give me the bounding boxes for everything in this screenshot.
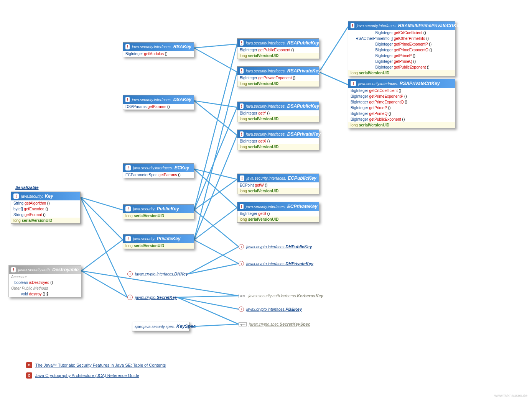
svg-point-49 xyxy=(241,135,242,136)
ecpublickey-box: java.security.interfaces.ECPublicKey ECP… xyxy=(237,174,319,194)
svg-line-6 xyxy=(194,44,237,48)
interface-icon xyxy=(125,236,131,241)
svg-rect-52 xyxy=(241,205,242,207)
svg-point-53 xyxy=(241,207,242,208)
dhpublickey-link[interactable]: Ijavax.crypto.interfaces.DHPublicKey xyxy=(239,244,312,249)
rsaprivatekey-box: java.security.interfaces.RSAPrivateKey B… xyxy=(237,66,319,87)
interface-icon xyxy=(125,165,131,170)
interface-icon: I xyxy=(239,307,244,312)
svg-point-39 xyxy=(128,210,128,210)
destroyable-box: javax.security.auth.Destroyable Accessor… xyxy=(8,265,81,297)
interface-icon xyxy=(11,267,16,272)
key-header: java.security.Key xyxy=(11,192,80,200)
pbekey-link[interactable]: Ijavax.crypto.interfaces.PBEKey xyxy=(239,307,302,312)
svg-rect-42 xyxy=(241,41,242,43)
kerberoskey-link[interactable]: kerbjavax.security.auth.kerberos.Kerbero… xyxy=(239,293,323,298)
svg-point-55 xyxy=(352,26,353,27)
svg-line-25 xyxy=(177,297,239,309)
svg-rect-40 xyxy=(128,237,128,239)
svg-line-20 xyxy=(319,27,348,72)
svg-rect-56 xyxy=(353,82,354,84)
interface-icon: I xyxy=(127,295,133,300)
svg-point-31 xyxy=(13,270,14,271)
svg-point-29 xyxy=(16,197,16,198)
svg-line-21 xyxy=(319,72,348,85)
dsapublickey-box: java.security.interfaces.DSAPublicKey Bi… xyxy=(237,102,319,122)
dsaprivatekey-box: java.security.interfaces.DSAPrivateKey B… xyxy=(237,130,319,150)
secretkeyspec-link[interactable]: specjavax.crypto.spec.SecretKeySpec xyxy=(239,322,310,326)
svg-rect-44 xyxy=(241,69,242,71)
svg-line-19 xyxy=(194,240,239,264)
svg-line-22 xyxy=(188,247,239,274)
svg-line-2 xyxy=(81,197,127,297)
svg-point-41 xyxy=(128,239,128,240)
svg-rect-34 xyxy=(127,98,128,100)
rsamultiprime-box: java.security.interfaces.RSAMultiPrimePr… xyxy=(348,21,455,76)
svg-rect-36 xyxy=(128,166,128,168)
svg-point-45 xyxy=(241,72,242,72)
interface-icon xyxy=(351,23,354,28)
serializable-label: Serializable xyxy=(15,185,39,190)
spec-icon: spec xyxy=(239,322,247,326)
secretkey-link[interactable]: Ijavax.crypto.SecretKey xyxy=(127,295,177,300)
publickey-box: java.security.PublicKey long serialVersi… xyxy=(123,204,194,219)
svg-rect-38 xyxy=(128,207,128,209)
svg-point-43 xyxy=(241,44,242,44)
oracle-icon: O xyxy=(26,372,32,379)
interface-icon xyxy=(240,175,244,181)
svg-line-23 xyxy=(188,264,239,274)
interface-icon: I xyxy=(239,244,244,249)
interface-icon xyxy=(240,204,244,209)
svg-rect-46 xyxy=(241,105,242,107)
privatekey-box: java.security.PrivateKey long serialVers… xyxy=(123,234,194,249)
interface-icon xyxy=(240,68,244,74)
svg-line-27 xyxy=(189,324,239,327)
rsapublickey-box: java.security.interfaces.RSAPublicKey Bi… xyxy=(237,38,319,59)
eckey-box: java.security.interfaces.ECKey ECParamet… xyxy=(123,163,194,178)
svg-point-51 xyxy=(242,179,242,180)
svg-point-47 xyxy=(241,107,242,108)
svg-rect-32 xyxy=(127,45,128,47)
interface-icon xyxy=(351,81,356,86)
svg-line-3 xyxy=(81,240,123,271)
key-box: java.security.Key String getAlgorithm ()… xyxy=(11,192,81,224)
svg-point-35 xyxy=(127,100,128,101)
svg-rect-30 xyxy=(13,268,14,270)
interface-icon xyxy=(240,131,244,137)
rsaprivatecrtkey-box: java.security.interfaces.RSAPrivateCrtKe… xyxy=(348,79,455,128)
svg-point-33 xyxy=(127,48,128,48)
svg-point-57 xyxy=(353,84,354,85)
interface-icon xyxy=(240,40,244,46)
svg-line-12 xyxy=(194,44,237,210)
kerberos-icon: kerb xyxy=(239,294,246,298)
svg-point-37 xyxy=(128,169,128,169)
interface-icon xyxy=(125,44,130,49)
keyspec-box: specjava.security.spec.KeySpec xyxy=(132,322,189,331)
rsakey-box: java.security.interfaces.RSAKey BigInteg… xyxy=(123,42,194,57)
destroyable-header: javax.security.auth.Destroyable xyxy=(9,266,81,274)
svg-rect-48 xyxy=(241,133,242,134)
svg-rect-50 xyxy=(242,177,242,179)
jca-link[interactable]: OJava Cryptography Architecture (JCA) Re… xyxy=(26,372,139,379)
watermark: www.falkhausen.de xyxy=(494,393,527,398)
oracle-icon: O xyxy=(26,362,32,368)
svg-rect-54 xyxy=(352,24,353,26)
tutorial-link[interactable]: OThe Java™ Tutorials: Security Features … xyxy=(26,362,166,368)
svg-line-24 xyxy=(177,296,239,297)
spec-icon: spec xyxy=(135,324,143,329)
svg-line-26 xyxy=(177,297,239,324)
interface-icon xyxy=(125,206,131,211)
interface-icon: I xyxy=(239,261,244,266)
dhkey-link[interactable]: Ijavax.crypto.interfaces.DHKey xyxy=(127,271,188,277)
ecprivatekey-box: java.security.interfaces.ECPrivateKey Bi… xyxy=(237,202,319,223)
interface-icon xyxy=(13,193,19,199)
interface-icon: I xyxy=(127,271,133,277)
interface-icon xyxy=(240,103,244,109)
dsakey-box: java.security.interfaces.DSAKey DSAParam… xyxy=(123,95,194,110)
dhprivatekey-link[interactable]: Ijavax.crypto.interfaces.DHPrivateKey xyxy=(239,261,313,266)
interface-icon xyxy=(125,97,130,102)
svg-rect-28 xyxy=(16,195,16,197)
svg-line-16 xyxy=(194,72,237,240)
